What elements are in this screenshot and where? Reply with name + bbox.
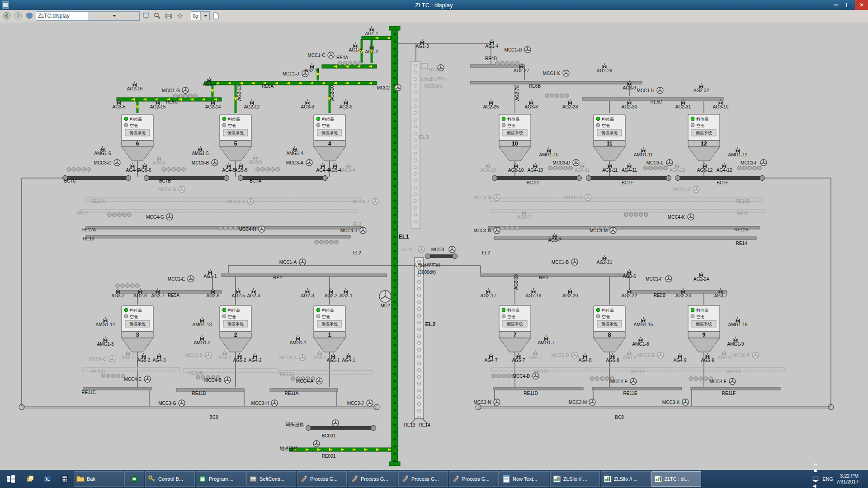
close-button[interactable]: ✕ — [855, 0, 868, 10]
diagram-label: AG5-2 — [233, 358, 246, 363]
quicklaunch-explorer[interactable] — [22, 470, 39, 488]
diagram-label: AG3-9 — [623, 85, 636, 90]
flow-arrow-icon — [211, 89, 214, 93]
motor-hub — [116, 162, 118, 163]
search-button[interactable] — [152, 11, 162, 21]
page-button[interactable] — [211, 11, 221, 21]
quicklaunch-calculator[interactable] — [56, 470, 73, 488]
back-button[interactable] — [2, 11, 12, 21]
taskbar-item-process-g-[interactable]: Process G... — [348, 471, 397, 487]
diagram-label: AMG1-15 — [634, 322, 653, 327]
taskbar-item-control-b-[interactable]: Control B... — [145, 471, 195, 487]
tools-icon — [350, 475, 359, 483]
motor-hub — [190, 278, 191, 279]
quicklaunch-powershell[interactable] — [39, 470, 56, 488]
minimize-button[interactable] — [829, 0, 842, 10]
flag-icon[interactable] — [812, 468, 819, 475]
idler-wheel-icon — [500, 61, 505, 66]
idler-wheel-icon — [699, 377, 703, 381]
empty-label: 空仓 — [130, 123, 138, 128]
elevator-chain — [393, 423, 396, 426]
system-tray: ENG 3:22 PM 7/31/2017 — [809, 470, 868, 488]
level-high-label: 料位高 — [696, 308, 708, 313]
elevator-chain — [393, 387, 396, 389]
monitor-button[interactable] — [141, 11, 151, 21]
forward-button[interactable] — [13, 11, 23, 21]
window-title: ZLTC : display — [415, 2, 453, 9]
diagram-label: RE3 — [539, 275, 548, 280]
idler-wheel-icon — [358, 61, 362, 66]
view-cube-button[interactable] — [24, 11, 34, 21]
diagram-label: RE15B — [189, 371, 203, 375]
monitor-icon[interactable] — [812, 475, 819, 483]
elevator-chain — [393, 76, 396, 79]
taskbar-item-process-g-[interactable]: Process G... — [449, 471, 499, 487]
diagram-label: MCC6-J — [353, 199, 369, 204]
taskbar-item-zltc-di-[interactable]: ZLTC : di... — [651, 471, 701, 487]
windows-logo-icon — [6, 474, 15, 483]
diagram-label: AG5-12 — [697, 168, 713, 173]
conveyor-idle — [489, 198, 763, 202]
taskbar-item-process-g-[interactable]: Process G... — [297, 471, 347, 487]
diagram-label: AG6-10 — [481, 168, 496, 173]
silo-number: 7 — [514, 332, 517, 338]
level-high-led — [596, 117, 600, 121]
empty-label: 空仓 — [602, 123, 610, 128]
language-indicator[interactable]: ENG — [822, 476, 833, 482]
motor-hub — [660, 354, 661, 356]
address-combo[interactable]: ZLTC:display — [36, 11, 140, 21]
start-button[interactable] — [0, 470, 22, 488]
clock[interactable]: 3:22 PM 7/31/2017 — [836, 473, 859, 485]
empty-led — [316, 314, 320, 318]
zoom-value: 0g — [191, 13, 200, 19]
level-high-label: 料位高 — [696, 117, 708, 122]
diagram-label: AMG1-9 — [727, 342, 744, 347]
zoom-select[interactable]: 0g — [191, 11, 210, 20]
idler-wheel-icon — [113, 213, 117, 217]
taskbar-item-program-[interactable]: Program ... — [196, 471, 245, 487]
taskbar-item-softcontr-[interactable]: SoftContr... — [246, 471, 296, 487]
diagram-label: AMG1-3 — [97, 342, 114, 347]
idler-wheel-icon — [131, 284, 135, 288]
temp-system-label: 侧温系统 — [507, 322, 523, 326]
taskbar-item-zlsilo-[interactable]: ZLSilo // ... — [601, 471, 651, 487]
zoom-dropdown-icon[interactable] — [200, 12, 210, 20]
conveyor — [481, 274, 630, 277]
diagram-label: AG3-4 — [203, 82, 216, 87]
taskbar-item-label: New Text... — [513, 476, 537, 482]
taskbar-item-bak[interactable]: Bak — [74, 471, 123, 487]
idler-wheel-icon — [559, 166, 563, 170]
search-icon — [154, 12, 161, 19]
chevron-up-icon[interactable] — [812, 461, 819, 468]
idler-wheel-icon — [689, 377, 693, 381]
pulley-icon — [144, 176, 149, 181]
volume-icon[interactable] — [812, 483, 819, 488]
taskbar-item-process-g-[interactable]: Process G... — [398, 471, 448, 487]
elevator-chain — [393, 91, 396, 93]
taskbar-item-app1[interactable] — [124, 471, 144, 487]
diagram-label: AG2-17 — [481, 293, 496, 298]
idler-wheel-icon — [67, 168, 71, 172]
taskbar-item-zlsilo-[interactable]: ZLSilo // ... — [550, 471, 600, 487]
idler-wheel-icon — [184, 94, 188, 98]
idler-wheel-icon — [196, 375, 200, 380]
diagram-label: AG5-11 — [602, 168, 618, 173]
diagram-label: AG6-7 — [518, 215, 531, 220]
notepad-icon — [502, 475, 510, 483]
combo-dropdown-icon[interactable] — [88, 12, 140, 20]
maximize-button[interactable] — [842, 0, 855, 10]
taskbar-items: BakControl B...Program ...SoftContr...Pr… — [73, 470, 809, 488]
level-high-led — [691, 117, 694, 121]
settings-button[interactable] — [175, 11, 185, 21]
idler-wheel-icon — [338, 61, 342, 66]
diagram-label: AMG1-8 — [632, 342, 649, 347]
diagram-label: EL1 — [399, 234, 409, 240]
show-desktop-button[interactable] — [862, 470, 865, 488]
diagram-label: AMG1-13 — [193, 322, 212, 327]
idler-wheel-icon — [234, 226, 238, 230]
diagram-label: AG4-11 — [622, 168, 637, 173]
idler-wheel-icon — [510, 226, 514, 230]
print-button[interactable] — [164, 11, 174, 21]
taskbar-item-new-text-[interactable]: New Text... — [500, 471, 549, 487]
diagram-label: BC9 — [209, 415, 218, 420]
